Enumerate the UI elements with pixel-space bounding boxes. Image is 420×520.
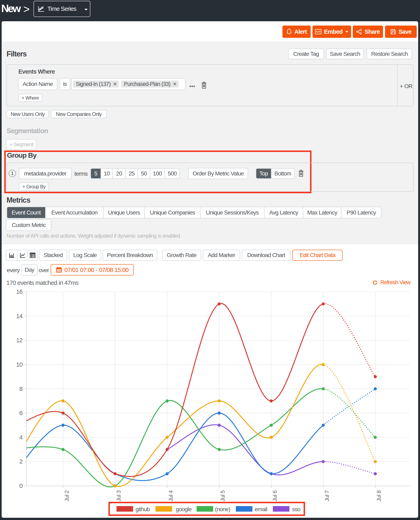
svg-text:Jul 2: Jul 2 (64, 490, 70, 501)
svg-text:Jul 4: Jul 4 (168, 490, 174, 501)
svg-text:Jul 6: Jul 6 (272, 490, 278, 501)
svg-text:16: 16 (16, 288, 22, 295)
svg-text:sso: sso (292, 506, 300, 512)
svg-text:14: 14 (16, 313, 22, 319)
svg-text:6: 6 (19, 410, 23, 416)
svg-text:8: 8 (19, 385, 23, 392)
svg-text:2: 2 (19, 458, 23, 465)
svg-text:Jul 3: Jul 3 (115, 490, 122, 501)
svg-text:github: github (135, 506, 150, 512)
svg-text:email: email (255, 506, 267, 512)
svg-text:0: 0 (19, 482, 23, 489)
svg-text:(none): (none) (215, 506, 230, 512)
svg-text:google: google (176, 506, 192, 512)
svg-text:12: 12 (16, 337, 22, 344)
svg-text:Jul 7: Jul 7 (324, 490, 330, 501)
svg-text:Jul 5: Jul 5 (219, 490, 226, 501)
svg-text:4: 4 (19, 434, 23, 441)
svg-text:10: 10 (16, 361, 22, 368)
svg-text:Jul 8: Jul 8 (376, 490, 382, 501)
